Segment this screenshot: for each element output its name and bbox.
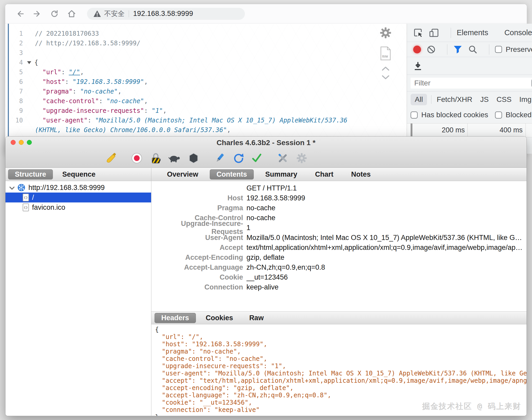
header-label: User-Agent: [151, 234, 243, 242]
download-icon: [413, 61, 423, 71]
network-timeline[interactable]: 200 ms 400 ms: [407, 123, 532, 137]
tree-item-label: /: [32, 194, 34, 202]
json-close-brace: }: [155, 413, 527, 416]
address-bar[interactable]: 不安全 192.168.3.58:9999: [87, 8, 245, 20]
collapse-arrow-icon[interactable]: [27, 61, 31, 64]
toolbar-divider: [489, 44, 489, 55]
header-label: Accept: [151, 244, 243, 252]
back-icon: [16, 9, 24, 18]
tree-expand-chevron-icon[interactable]: [9, 184, 15, 192]
content-tabbar: Overview Contents Summary Chart Notes: [151, 168, 527, 181]
json-value: "192.168.3.58:9999": [73, 78, 144, 85]
header-value: no-cache: [246, 204, 527, 212]
preserve-log-checkbox[interactable]: [495, 46, 502, 53]
tab-notes[interactable]: Notes: [345, 169, 377, 180]
tab-console[interactable]: Console: [504, 28, 532, 37]
collapse-expand-controls[interactable]: [381, 66, 390, 80]
not-secure-warning-icon: [93, 10, 101, 17]
tab-chart[interactable]: Chart: [309, 169, 340, 180]
header-label: Accept-Language: [151, 263, 243, 271]
blocked-requests-checkbox[interactable]: [495, 112, 502, 119]
raw-view-button[interactable]: RAW: [380, 46, 391, 62]
tree-item-favicon[interactable]: {} favicon.ico: [5, 202, 151, 212]
tab-cookies[interactable]: Cookies: [200, 313, 239, 323]
header-row: Connection keep-alive: [151, 282, 527, 292]
throttle-button[interactable]: [169, 152, 181, 164]
pen-icon: [214, 152, 225, 164]
header-value: __ut=123456: [246, 273, 527, 281]
record-traffic-button[interactable]: [131, 152, 143, 164]
record-network-log-button[interactable]: [413, 46, 421, 53]
search-icon: [468, 45, 478, 54]
raw-icon-label: RAW: [382, 55, 388, 58]
json-key: "user-agent": [35, 117, 88, 124]
network-filter-input[interactable]: [411, 78, 532, 89]
filter-chip-css[interactable]: CSS: [497, 95, 512, 104]
left-tabbar: Structure Sequence: [5, 168, 151, 181]
header-label: Cookie: [151, 273, 243, 281]
tab-raw[interactable]: Raw: [243, 313, 270, 323]
header-row: GET / HTTP/1.1: [151, 183, 527, 193]
toolbar-divider: [447, 44, 447, 55]
clear-network-log-button[interactable]: [427, 45, 436, 54]
code-line: 5 "url": "/",: [9, 67, 379, 77]
hexagon-icon: [188, 152, 199, 164]
reload-button[interactable]: [50, 9, 59, 19]
tab-structure[interactable]: Structure: [8, 169, 53, 180]
header-value: text/html,application/xhtml+xml,applicat…: [246, 244, 527, 252]
timeline-scrubber[interactable]: [411, 123, 412, 137]
header-row: Upgrade-Insecure-Requests 1: [151, 223, 527, 233]
has-blocked-cookies-checkbox[interactable]: [411, 112, 418, 119]
turtle-icon: [169, 152, 181, 164]
json-value-link[interactable]: "/": [69, 69, 80, 76]
ssl-proxying-button[interactable]: [150, 152, 162, 164]
blocked-requests-label: Blocked: [506, 111, 532, 119]
settings-button[interactable]: [296, 152, 308, 164]
breakpoints-button[interactable]: [188, 152, 200, 164]
tab-headers[interactable]: Headers: [154, 313, 196, 323]
tools-button[interactable]: [277, 152, 289, 164]
raw-json-line: "accept-language": "zh-CN,zh;q=0.9,en;q=…: [162, 392, 527, 399]
search-button[interactable]: [468, 45, 478, 54]
forward-button[interactable]: [32, 9, 42, 19]
inspect-element-button[interactable]: [413, 28, 423, 38]
header-label: Connection: [151, 283, 243, 291]
chevron-up-icon: [381, 66, 390, 71]
tab-contents[interactable]: Contents: [210, 169, 254, 180]
tree-item-root-path[interactable]: {} /: [5, 193, 151, 202]
line-number: 1: [9, 29, 23, 39]
repeat-request-button[interactable]: [232, 152, 244, 164]
filter-chip-fetchxhr[interactable]: Fetch/XHR: [437, 95, 472, 104]
line-number: 4: [9, 58, 23, 67]
filter-chip-img[interactable]: Img: [519, 95, 531, 104]
forward-icon: [33, 9, 42, 18]
home-button[interactable]: [67, 9, 77, 19]
record-icon: [131, 152, 143, 164]
clear-session-button[interactable]: [105, 152, 117, 164]
back-button[interactable]: [15, 9, 25, 19]
validate-button[interactable]: [251, 152, 263, 164]
network-toolbar: Preserve log: [407, 42, 532, 57]
raw-json-line: "host": "192.168.3.58:9999",: [162, 341, 527, 348]
devtools-tabbar: Elements Console: [407, 24, 532, 42]
header-label: Host: [151, 194, 243, 202]
tab-elements[interactable]: Elements: [457, 28, 488, 37]
code-line: 1 // 20221018170633: [9, 29, 379, 39]
tree-root-row[interactable]: http://192.168.3.58:9999: [5, 183, 151, 193]
filter-chip-js[interactable]: JS: [480, 95, 489, 104]
tab-summary[interactable]: Summary: [259, 169, 304, 180]
header-row: Accept text/html,application/xhtml+xml,a…: [151, 243, 527, 252]
filter-toggle-button[interactable]: [453, 45, 462, 54]
toggle-device-toolbar-button[interactable]: [429, 28, 439, 38]
code-line: 6 "host": "192.168.3.58:9999",: [9, 77, 379, 87]
gear-icon: [380, 27, 392, 39]
tab-overview[interactable]: Overview: [161, 169, 205, 180]
compose-request-button[interactable]: [214, 152, 226, 164]
tab-sequence[interactable]: Sequence: [56, 169, 102, 180]
json-viewer-settings-button[interactable]: [380, 27, 392, 40]
request-line-value: GET / HTTP/1.1: [246, 184, 527, 192]
json-key: "url": [35, 69, 61, 76]
import-har-button[interactable]: [413, 61, 423, 71]
header-row: Host 192.168.3.58:9999: [151, 193, 527, 203]
filter-chip-all[interactable]: All: [411, 94, 427, 105]
